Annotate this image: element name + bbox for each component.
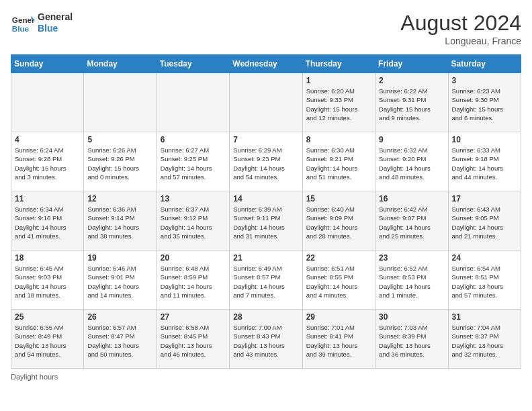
day-number: 3 (452, 76, 517, 85)
day-number: 15 (306, 194, 371, 203)
calendar-cell (157, 73, 229, 132)
day-number: 28 (233, 312, 298, 322)
location: Longueau, France (400, 36, 521, 46)
day-info: Sunrise: 6:24 AMSunset: 9:28 PMDaylight:… (15, 146, 80, 181)
calendar-cell: 9Sunrise: 6:32 AMSunset: 9:20 PMDaylight… (375, 132, 448, 191)
day-number: 10 (452, 135, 517, 144)
calendar-cell: 27Sunrise: 6:58 AMSunset: 8:45 PMDayligh… (157, 310, 229, 369)
calendar-cell: 20Sunrise: 6:48 AMSunset: 8:59 PMDayligh… (157, 250, 229, 310)
day-number: 26 (87, 312, 152, 322)
day-number: 31 (452, 312, 517, 322)
calendar-cell: 17Sunrise: 6:43 AMSunset: 9:05 PMDayligh… (448, 191, 521, 250)
calendar-cell (84, 73, 157, 132)
calendar-cell: 28Sunrise: 7:00 AMSunset: 8:43 PMDayligh… (230, 310, 302, 369)
calendar-body: 1Sunrise: 6:20 AMSunset: 9:33 PMDaylight… (11, 73, 521, 369)
calendar-cell: 22Sunrise: 6:51 AMSunset: 8:55 PMDayligh… (302, 250, 375, 310)
day-info: Sunrise: 6:33 AMSunset: 9:18 PMDaylight:… (452, 146, 517, 181)
week-row-3: 11Sunrise: 6:34 AMSunset: 9:16 PMDayligh… (11, 191, 521, 250)
day-number: 27 (161, 312, 226, 322)
day-info: Sunrise: 6:51 AMSunset: 8:55 PMDaylight:… (306, 264, 371, 300)
header-day-friday: Friday (375, 55, 448, 73)
day-number: 18 (15, 253, 80, 263)
calendar-cell: 3Sunrise: 6:23 AMSunset: 9:30 PMDaylight… (448, 73, 521, 132)
day-number: 9 (379, 135, 444, 144)
calendar-cell: 24Sunrise: 6:54 AMSunset: 8:51 PMDayligh… (448, 250, 521, 310)
calendar-cell: 25Sunrise: 6:55 AMSunset: 8:49 PMDayligh… (11, 310, 84, 369)
day-number: 13 (161, 194, 226, 203)
calendar-cell: 8Sunrise: 6:30 AMSunset: 9:21 PMDaylight… (302, 132, 375, 191)
day-info: Sunrise: 6:36 AMSunset: 9:14 PMDaylight:… (87, 205, 152, 240)
calendar-cell: 23Sunrise: 6:52 AMSunset: 8:53 PMDayligh… (375, 250, 448, 310)
day-info: Sunrise: 6:45 AMSunset: 9:03 PMDaylight:… (15, 264, 80, 300)
week-row-4: 18Sunrise: 6:45 AMSunset: 9:03 PMDayligh… (11, 250, 521, 310)
header-day-sunday: Sunday (11, 55, 84, 73)
day-number: 21 (233, 253, 298, 263)
header-day-saturday: Saturday (448, 55, 521, 73)
day-number: 6 (161, 135, 226, 144)
calendar-cell (230, 73, 302, 132)
day-number: 5 (87, 135, 152, 144)
day-info: Sunrise: 6:43 AMSunset: 9:05 PMDaylight:… (452, 205, 517, 240)
day-info: Sunrise: 6:57 AMSunset: 8:47 PMDaylight:… (87, 323, 152, 359)
day-info: Sunrise: 6:42 AMSunset: 9:07 PMDaylight:… (379, 205, 444, 240)
day-info: Sunrise: 7:00 AMSunset: 8:43 PMDaylight:… (233, 323, 298, 359)
calendar-cell: 29Sunrise: 7:01 AMSunset: 8:41 PMDayligh… (302, 310, 375, 369)
day-number: 7 (233, 135, 298, 144)
day-info: Sunrise: 6:27 AMSunset: 9:25 PMDaylight:… (161, 146, 226, 181)
calendar-cell: 14Sunrise: 6:39 AMSunset: 9:11 PMDayligh… (230, 191, 302, 250)
day-number: 30 (379, 312, 444, 322)
day-number: 12 (87, 194, 152, 203)
header-row: SundayMondayTuesdayWednesdayThursdayFrid… (11, 55, 521, 73)
week-row-1: 1Sunrise: 6:20 AMSunset: 9:33 PMDaylight… (11, 73, 521, 132)
day-info: Sunrise: 6:52 AMSunset: 8:53 PMDaylight:… (379, 264, 444, 300)
page-header: General Blue General Blue August 2024 Lo… (11, 11, 521, 46)
day-info: Sunrise: 6:20 AMSunset: 9:33 PMDaylight:… (306, 87, 371, 122)
day-info: Sunrise: 6:39 AMSunset: 9:11 PMDaylight:… (233, 205, 298, 240)
title-block: August 2024 Longueau, France (400, 11, 521, 46)
header-day-thursday: Thursday (302, 55, 375, 73)
calendar-cell: 2Sunrise: 6:22 AMSunset: 9:31 PMDaylight… (375, 73, 448, 132)
calendar-cell: 18Sunrise: 6:45 AMSunset: 9:03 PMDayligh… (11, 250, 84, 310)
logo-line1: General (38, 11, 73, 23)
header-day-wednesday: Wednesday (230, 55, 302, 73)
calendar-cell: 16Sunrise: 6:42 AMSunset: 9:07 PMDayligh… (375, 191, 448, 250)
day-number: 17 (452, 194, 517, 203)
logo-icon: General Blue (11, 11, 35, 35)
day-info: Sunrise: 7:04 AMSunset: 8:37 PMDaylight:… (452, 323, 517, 359)
day-info: Sunrise: 6:55 AMSunset: 8:49 PMDaylight:… (15, 323, 80, 359)
calendar-cell: 11Sunrise: 6:34 AMSunset: 9:16 PMDayligh… (11, 191, 84, 250)
calendar-cell: 21Sunrise: 6:49 AMSunset: 8:57 PMDayligh… (230, 250, 302, 310)
calendar-cell (11, 73, 84, 132)
day-info: Sunrise: 6:34 AMSunset: 9:16 PMDaylight:… (15, 205, 80, 240)
svg-text:Blue: Blue (12, 24, 30, 33)
calendar-cell: 4Sunrise: 6:24 AMSunset: 9:28 PMDaylight… (11, 132, 84, 191)
calendar-cell: 7Sunrise: 6:29 AMSunset: 9:23 PMDaylight… (230, 132, 302, 191)
calendar-cell: 31Sunrise: 7:04 AMSunset: 8:37 PMDayligh… (448, 310, 521, 369)
calendar-cell: 30Sunrise: 7:03 AMSunset: 8:39 PMDayligh… (375, 310, 448, 369)
day-number: 16 (379, 194, 444, 203)
header-day-monday: Monday (84, 55, 157, 73)
calendar-cell: 12Sunrise: 6:36 AMSunset: 9:14 PMDayligh… (84, 191, 157, 250)
day-info: Sunrise: 7:03 AMSunset: 8:39 PMDaylight:… (379, 323, 444, 359)
day-number: 1 (306, 76, 371, 85)
week-row-5: 25Sunrise: 6:55 AMSunset: 8:49 PMDayligh… (11, 310, 521, 369)
day-number: 8 (306, 135, 371, 144)
calendar-cell: 19Sunrise: 6:46 AMSunset: 9:01 PMDayligh… (84, 250, 157, 310)
day-number: 14 (233, 194, 298, 203)
logo-line2: Blue (38, 23, 73, 34)
calendar-header: SundayMondayTuesdayWednesdayThursdayFrid… (11, 55, 521, 73)
day-info: Sunrise: 6:46 AMSunset: 9:01 PMDaylight:… (87, 264, 152, 300)
header-day-tuesday: Tuesday (157, 55, 229, 73)
calendar-cell: 6Sunrise: 6:27 AMSunset: 9:25 PMDaylight… (157, 132, 229, 191)
footer-label: Daylight hours (11, 373, 521, 381)
calendar-cell: 5Sunrise: 6:26 AMSunset: 9:26 PMDaylight… (84, 132, 157, 191)
day-number: 2 (379, 76, 444, 85)
calendar-cell: 15Sunrise: 6:40 AMSunset: 9:09 PMDayligh… (302, 191, 375, 250)
day-info: Sunrise: 6:29 AMSunset: 9:23 PMDaylight:… (233, 146, 298, 181)
day-number: 23 (379, 253, 444, 263)
day-number: 19 (87, 253, 152, 263)
day-number: 29 (306, 312, 371, 322)
day-info: Sunrise: 7:01 AMSunset: 8:41 PMDaylight:… (306, 323, 371, 359)
day-number: 20 (161, 253, 226, 263)
day-info: Sunrise: 6:40 AMSunset: 9:09 PMDaylight:… (306, 205, 371, 240)
